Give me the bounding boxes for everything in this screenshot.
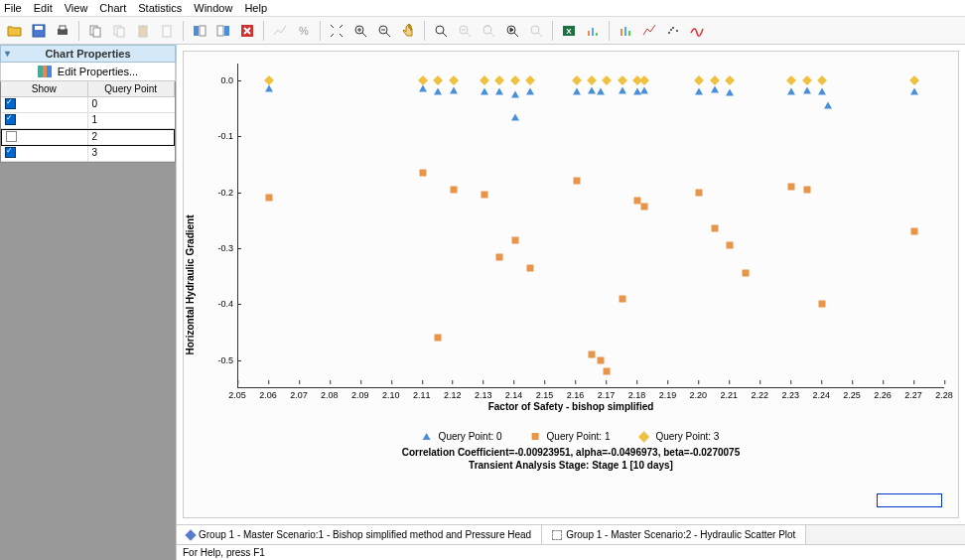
data-point[interactable]: [526, 88, 534, 95]
data-point[interactable]: [265, 85, 273, 92]
menu-view[interactable]: View: [65, 2, 88, 14]
zoom-fwd-icon[interactable]: [525, 20, 547, 42]
data-point[interactable]: [597, 88, 605, 95]
grid-row[interactable]: 1: [1, 113, 175, 129]
checkbox[interactable]: [5, 98, 16, 109]
data-point[interactable]: [817, 75, 827, 85]
save-icon[interactable]: [28, 20, 50, 42]
paste-icon[interactable]: [132, 20, 154, 42]
chart-properties-header[interactable]: ▾ Chart Properties: [0, 45, 176, 63]
folder-open-icon[interactable]: [4, 20, 26, 42]
tab-scenario1[interactable]: Group 1 - Master Scenario:1 - Bishop sim…: [177, 525, 542, 544]
qp-cell[interactable]: 1: [88, 113, 176, 128]
data-point[interactable]: [419, 85, 427, 92]
data-point[interactable]: [711, 225, 718, 232]
data-point[interactable]: [696, 189, 703, 196]
data-point[interactable]: [824, 102, 832, 109]
bar-chart2-icon[interactable]: [615, 20, 636, 42]
line-chart2-icon[interactable]: [686, 20, 708, 42]
data-point[interactable]: [481, 192, 487, 199]
data-point[interactable]: [511, 91, 519, 98]
grid-row[interactable]: 0: [1, 97, 175, 113]
print-icon[interactable]: [52, 20, 73, 42]
data-point[interactable]: [787, 88, 795, 95]
data-point[interactable]: [742, 270, 749, 277]
checkbox[interactable]: [5, 114, 16, 125]
menu-statistics[interactable]: Statistics: [138, 2, 182, 14]
grid-row[interactable]: 2: [1, 129, 175, 146]
qp-cell[interactable]: 3: [88, 146, 176, 161]
checkbox[interactable]: [5, 147, 16, 158]
data-point[interactable]: [589, 351, 596, 358]
data-point[interactable]: [572, 75, 582, 85]
bar-chart-icon[interactable]: [582, 20, 604, 42]
data-point[interactable]: [511, 113, 519, 120]
menu-chart[interactable]: Chart: [99, 2, 126, 14]
data-point[interactable]: [726, 89, 734, 96]
zoom-out2-icon[interactable]: [454, 20, 476, 42]
collapse-icon[interactable]: ▾: [5, 48, 10, 59]
zoom-reset-icon[interactable]: [478, 20, 499, 42]
copy-icon[interactable]: [84, 20, 106, 42]
data-point[interactable]: [264, 75, 274, 85]
data-point[interactable]: [494, 75, 504, 85]
copy-gray-icon[interactable]: [108, 20, 130, 42]
data-point[interactable]: [788, 184, 795, 191]
data-point[interactable]: [449, 75, 459, 85]
data-point[interactable]: [527, 264, 534, 271]
excel-icon[interactable]: X: [558, 20, 580, 42]
fit-icon[interactable]: [326, 20, 347, 42]
data-point[interactable]: [418, 75, 428, 85]
panel-right-icon[interactable]: [212, 20, 234, 42]
data-point[interactable]: [265, 195, 272, 202]
data-point[interactable]: [818, 88, 826, 95]
data-point[interactable]: [619, 295, 625, 302]
scatter-chart-icon[interactable]: [662, 20, 684, 42]
data-point[interactable]: [694, 75, 704, 85]
menu-file[interactable]: File: [4, 2, 22, 14]
data-point[interactable]: [802, 75, 812, 85]
data-point[interactable]: [619, 87, 626, 94]
data-point[interactable]: [510, 75, 520, 85]
menu-window[interactable]: Window: [194, 2, 232, 14]
edit-properties-button[interactable]: Edit Properties...: [0, 63, 176, 81]
data-point[interactable]: [587, 75, 597, 85]
chart-gray-icon[interactable]: [269, 20, 291, 42]
data-point[interactable]: [618, 75, 627, 85]
data-point[interactable]: [435, 335, 442, 342]
data-point[interactable]: [525, 75, 535, 85]
data-point[interactable]: [803, 87, 811, 94]
data-point[interactable]: [434, 88, 442, 95]
data-point[interactable]: [598, 356, 605, 363]
data-point[interactable]: [640, 203, 647, 210]
data-point[interactable]: [573, 178, 580, 185]
data-point[interactable]: [639, 75, 649, 85]
data-point[interactable]: [640, 87, 648, 94]
menu-help[interactable]: Help: [244, 2, 267, 14]
data-point[interactable]: [481, 88, 488, 95]
data-point[interactable]: [511, 236, 518, 243]
data-point[interactable]: [911, 228, 918, 235]
qp-cell[interactable]: 0: [88, 97, 176, 112]
qp-cell[interactable]: 2: [88, 130, 175, 145]
data-point[interactable]: [496, 253, 503, 260]
data-point[interactable]: [695, 88, 703, 95]
data-point[interactable]: [909, 75, 919, 85]
col-query-point[interactable]: Query Point: [88, 81, 176, 97]
data-point[interactable]: [727, 242, 734, 249]
data-point[interactable]: [803, 186, 810, 193]
data-point[interactable]: [588, 87, 596, 94]
hand-icon[interactable]: [397, 20, 419, 42]
data-point[interactable]: [711, 86, 719, 93]
close-icon[interactable]: [236, 20, 258, 42]
data-point[interactable]: [604, 368, 611, 375]
data-point[interactable]: [495, 88, 503, 95]
data-point[interactable]: [725, 75, 735, 85]
tab-scenario2[interactable]: Group 1 - Master Scenario:2 - Hydraulic …: [542, 525, 806, 544]
data-point[interactable]: [710, 75, 720, 85]
checkbox[interactable]: [6, 131, 17, 142]
data-point[interactable]: [786, 75, 796, 85]
percent-icon[interactable]: %: [293, 20, 315, 42]
clipboard-icon[interactable]: [156, 20, 178, 42]
data-point[interactable]: [419, 169, 426, 176]
